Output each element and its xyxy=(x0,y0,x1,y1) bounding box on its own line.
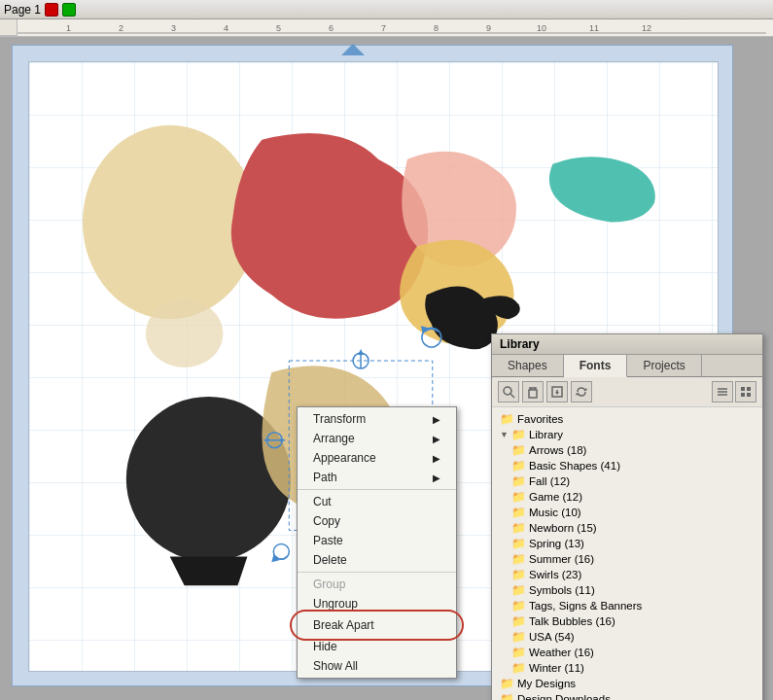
svg-text:5: 5 xyxy=(276,23,281,33)
menu-item-show-all[interactable]: Show All xyxy=(298,656,456,676)
folder-icon-fall: 📁 xyxy=(511,474,526,488)
library-panel: Library Shapes Fonts Projects xyxy=(491,333,763,700)
tree-label-game: Game (12) xyxy=(529,491,582,503)
tree-item-summer[interactable]: 📁 Summer (16) xyxy=(496,551,758,567)
folder-icon-basic-shapes: 📁 xyxy=(511,459,526,472)
svg-text:12: 12 xyxy=(642,23,651,33)
svg-text:4: 4 xyxy=(224,23,228,33)
separator-2 xyxy=(298,572,456,573)
folder-icon-design-downloads: 📁 xyxy=(500,692,514,700)
folder-icon-weather: 📁 xyxy=(511,646,526,659)
tree-label-summer: Summer (16) xyxy=(529,553,594,565)
tree-label-favorites: Favorites xyxy=(517,413,563,425)
library-tabs: Shapes Fonts Projects xyxy=(492,355,762,377)
tree-item-library[interactable]: ▼ 📁 Library xyxy=(496,427,758,442)
library-tree[interactable]: 📁 Favorites ▼ 📁 Library 📁 Arrows (18) 📁 … xyxy=(492,407,762,700)
svg-rect-60 xyxy=(741,387,745,391)
folder-icon-newborn: 📁 xyxy=(511,521,526,535)
menu-item-transform[interactable]: Transform ▶ xyxy=(298,409,456,429)
tree-item-winter[interactable]: 📁 Winter (11) xyxy=(496,660,758,676)
svg-marker-43 xyxy=(358,349,364,355)
tree-item-music[interactable]: 📁 Music (10) xyxy=(496,505,758,520)
tree-item-fall[interactable]: 📁 Fall (12) xyxy=(496,473,758,489)
lib-tool-delete[interactable] xyxy=(522,381,544,402)
menu-item-delete[interactable]: Delete xyxy=(298,550,456,570)
library-toolbar xyxy=(492,377,762,407)
tree-item-usa[interactable]: 📁 USA (54) xyxy=(496,629,758,645)
title-bar: Page 1 xyxy=(0,0,773,19)
folder-icon-tags: 📁 xyxy=(511,599,526,612)
lib-tool-search[interactable] xyxy=(498,381,519,402)
library-title: Library xyxy=(492,334,762,355)
tree-label-symbols: Symbols (11) xyxy=(529,584,595,596)
lib-tool-refresh[interactable] xyxy=(571,381,592,402)
tab-projects[interactable]: Projects xyxy=(627,355,701,376)
menu-item-ungroup-label: Ungroup xyxy=(313,597,358,611)
svg-rect-62 xyxy=(741,393,745,397)
menu-item-copy-label: Copy xyxy=(313,514,340,528)
tree-item-symbols[interactable]: 📁 Symbols (11) xyxy=(496,582,758,598)
menu-item-arrange[interactable]: Arrange ▶ xyxy=(298,429,456,448)
folder-icon-summer: 📁 xyxy=(511,552,526,566)
svg-line-47 xyxy=(510,394,514,398)
tab-shapes[interactable]: Shapes xyxy=(492,355,564,376)
menu-item-break-apart[interactable]: Break Apart xyxy=(298,613,456,637)
menu-item-hide[interactable]: Hide xyxy=(298,637,456,656)
menu-item-cut[interactable]: Cut xyxy=(298,492,456,511)
tab-fonts[interactable]: Fonts xyxy=(564,355,628,377)
separator-1 xyxy=(298,489,456,490)
tree-item-basic-shapes[interactable]: 📁 Basic Shapes (41) xyxy=(496,458,758,473)
tree-item-swirls[interactable]: 📁 Swirls (23) xyxy=(496,567,758,582)
menu-item-group: Group xyxy=(298,575,456,594)
svg-point-46 xyxy=(504,387,511,395)
menu-item-paste[interactable]: Paste xyxy=(298,531,456,550)
tree-label-basic-shapes: Basic Shapes (41) xyxy=(529,460,620,472)
tree-item-my-designs[interactable]: 📁 My Designs xyxy=(496,676,758,691)
svg-rect-63 xyxy=(747,393,751,397)
lib-view-grid[interactable] xyxy=(735,381,756,402)
svg-text:6: 6 xyxy=(329,23,334,33)
tree-item-weather[interactable]: 📁 Weather (16) xyxy=(496,645,758,660)
tree-item-tags[interactable]: 📁 Tags, Signs & Banners xyxy=(496,598,758,613)
expand-icon-library: ▼ xyxy=(500,430,509,439)
tree-item-favorites[interactable]: 📁 Favorites xyxy=(496,411,758,427)
tree-item-spring[interactable]: 📁 Spring (13) xyxy=(496,536,758,551)
menu-item-ungroup[interactable]: Ungroup xyxy=(298,594,456,613)
menu-item-copy[interactable]: Copy xyxy=(298,511,456,531)
folder-icon-usa: 📁 xyxy=(511,630,526,644)
svg-text:3: 3 xyxy=(171,23,176,33)
title-text: Page 1 xyxy=(4,3,41,17)
lib-tool-export[interactable] xyxy=(546,381,568,402)
tree-item-arrows[interactable]: 📁 Arrows (18) xyxy=(496,442,758,458)
svg-rect-61 xyxy=(747,387,751,391)
folder-icon-game: 📁 xyxy=(511,490,526,504)
svg-text:1: 1 xyxy=(66,23,71,33)
ruler-corner xyxy=(0,19,18,36)
folder-icon-symbols: 📁 xyxy=(511,583,526,597)
svg-text:10: 10 xyxy=(537,23,546,33)
main-area: 1 2 3 4 5 6 7 8 9 10 xyxy=(0,37,773,700)
tree-item-talk-bubbles[interactable]: 📁 Talk Bubbles (16) xyxy=(496,613,758,629)
close-button[interactable] xyxy=(45,3,58,17)
folder-icon-my-designs: 📁 xyxy=(500,677,514,690)
canvas-container[interactable]: Transform ▶ Arrange ▶ Appearance ▶ Path … xyxy=(0,37,773,700)
menu-item-group-label: Group xyxy=(313,578,345,591)
tree-item-design-downloads[interactable]: 📁 Design Downloads xyxy=(496,691,758,700)
tree-label-music: Music (10) xyxy=(529,507,581,518)
tree-item-game[interactable]: 📁 Game (12) xyxy=(496,489,758,505)
tree-label-spring: Spring (13) xyxy=(529,538,584,549)
tree-label-swirls: Swirls (23) xyxy=(529,569,581,580)
menu-arrow-appearance: ▶ xyxy=(433,453,440,464)
menu-item-appearance-label: Appearance xyxy=(313,451,376,465)
add-button[interactable] xyxy=(62,3,76,17)
lib-view-list[interactable] xyxy=(712,381,733,402)
menu-item-appearance[interactable]: Appearance ▶ xyxy=(298,448,456,468)
menu-item-hide-label: Hide xyxy=(313,640,337,653)
tree-item-newborn[interactable]: 📁 Newborn (15) xyxy=(496,520,758,536)
ruler-markings: 1 2 3 4 5 6 7 8 9 10 11 12 xyxy=(18,19,773,37)
menu-item-path-label: Path xyxy=(313,471,337,484)
tree-label-tags: Tags, Signs & Banners xyxy=(529,600,642,612)
menu-item-path[interactable]: Path ▶ xyxy=(298,468,456,487)
folder-icon-arrows: 📁 xyxy=(511,443,526,457)
svg-point-24 xyxy=(83,125,257,319)
